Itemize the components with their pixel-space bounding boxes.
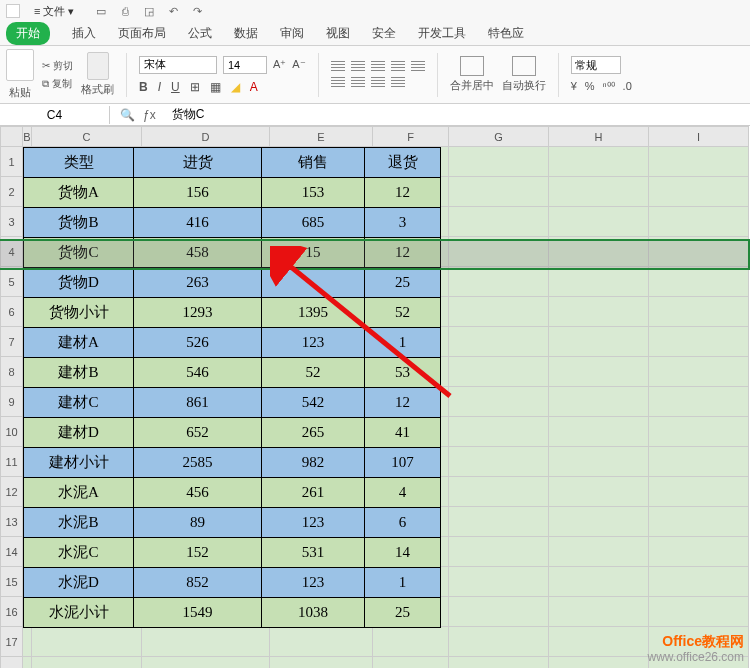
cell-G14[interactable] bbox=[449, 537, 549, 567]
cell-C17[interactable] bbox=[32, 627, 142, 657]
increase-font-icon[interactable]: A⁺ bbox=[273, 58, 286, 71]
cell-H2[interactable] bbox=[549, 177, 649, 207]
table-cell[interactable]: 261 bbox=[262, 478, 365, 508]
align-center-icon[interactable] bbox=[351, 77, 365, 89]
table-cell[interactable]: 156 bbox=[134, 178, 262, 208]
table-cell[interactable]: 货物A bbox=[24, 178, 134, 208]
indent-dec-icon[interactable] bbox=[391, 61, 405, 73]
row-header-2[interactable]: 2 bbox=[1, 177, 23, 207]
table-cell[interactable]: 531 bbox=[262, 538, 365, 568]
table-cell[interactable]: 652 bbox=[134, 418, 262, 448]
align-right-icon[interactable] bbox=[371, 77, 385, 89]
col-header-E[interactable]: E bbox=[270, 127, 373, 147]
row-header-12[interactable]: 12 bbox=[1, 477, 23, 507]
table-cell[interactable]: 货物小计 bbox=[24, 298, 134, 328]
row-header-5[interactable]: 5 bbox=[1, 267, 23, 297]
cell-G13[interactable] bbox=[449, 507, 549, 537]
cell-G3[interactable] bbox=[449, 207, 549, 237]
cell-I10[interactable] bbox=[649, 417, 749, 447]
align-top-icon[interactable] bbox=[331, 61, 345, 73]
col-header-B[interactable]: B bbox=[23, 127, 32, 147]
comma-icon[interactable]: ⁿ⁰⁰ bbox=[603, 80, 615, 93]
table-cell[interactable]: 货物D bbox=[24, 268, 134, 298]
table-cell[interactable]: 861 bbox=[134, 388, 262, 418]
cell-I8[interactable] bbox=[649, 357, 749, 387]
cell-G9[interactable] bbox=[449, 387, 549, 417]
cell-I3[interactable] bbox=[649, 207, 749, 237]
table-cell[interactable]: 52 bbox=[262, 358, 365, 388]
table-cell[interactable]: 6 bbox=[365, 508, 441, 538]
row-header-9[interactable]: 9 bbox=[1, 387, 23, 417]
merge-center-button[interactable] bbox=[460, 56, 484, 76]
table-cell[interactable]: 14 bbox=[365, 538, 441, 568]
table-cell[interactable]: 25 bbox=[365, 268, 441, 298]
select-all-corner[interactable] bbox=[1, 127, 23, 147]
table-header[interactable]: 退货 bbox=[365, 148, 441, 178]
row-header-8[interactable]: 8 bbox=[1, 357, 23, 387]
cell-H14[interactable] bbox=[549, 537, 649, 567]
cell-H16[interactable] bbox=[549, 597, 649, 627]
strike-button[interactable]: ⊞ bbox=[190, 80, 200, 94]
table-cell[interactable]: 货物B bbox=[24, 208, 134, 238]
row-header-15[interactable]: 15 bbox=[1, 567, 23, 597]
table-cell[interactable]: 15 bbox=[262, 238, 365, 268]
number-format-select[interactable] bbox=[571, 56, 621, 74]
row-header-16[interactable]: 16 bbox=[1, 597, 23, 627]
cell-G4[interactable] bbox=[449, 237, 549, 267]
align-left-icon[interactable] bbox=[331, 77, 345, 89]
cell-I12[interactable] bbox=[649, 477, 749, 507]
fill-color-button[interactable]: ◢ bbox=[231, 80, 240, 94]
table-cell[interactable]: 526 bbox=[134, 328, 262, 358]
cell-H11[interactable] bbox=[549, 447, 649, 477]
table-cell[interactable]: 12 bbox=[365, 178, 441, 208]
worksheet[interactable]: BCDEFGHI123456789101112131415161718 类型进货… bbox=[0, 126, 750, 668]
cell-I11[interactable] bbox=[649, 447, 749, 477]
table-cell[interactable]: 152 bbox=[134, 538, 262, 568]
cell-I16[interactable] bbox=[649, 597, 749, 627]
decrease-font-icon[interactable]: A⁻ bbox=[292, 58, 305, 71]
table-cell[interactable]: 123 bbox=[262, 508, 365, 538]
bold-button[interactable]: B bbox=[139, 80, 148, 94]
cell-I9[interactable] bbox=[649, 387, 749, 417]
cell-H5[interactable] bbox=[549, 267, 649, 297]
cell-F18[interactable] bbox=[373, 657, 449, 669]
row-header-13[interactable]: 13 bbox=[1, 507, 23, 537]
table-cell[interactable]: 3 bbox=[365, 208, 441, 238]
cell-G10[interactable] bbox=[449, 417, 549, 447]
tab-security[interactable]: 安全 bbox=[372, 25, 396, 42]
cell-G8[interactable] bbox=[449, 357, 549, 387]
qat-preview-icon[interactable]: ◲ bbox=[142, 4, 156, 18]
font-select[interactable] bbox=[139, 56, 217, 74]
table-header[interactable]: 进货 bbox=[134, 148, 262, 178]
row-header-10[interactable]: 10 bbox=[1, 417, 23, 447]
table-cell[interactable]: 1549 bbox=[134, 598, 262, 628]
row-header-11[interactable]: 11 bbox=[1, 447, 23, 477]
italic-button[interactable]: I bbox=[158, 80, 161, 94]
row-header-18[interactable]: 18 bbox=[1, 657, 23, 669]
cell-H13[interactable] bbox=[549, 507, 649, 537]
copy-button[interactable]: ⧉ 复制 bbox=[42, 77, 73, 91]
col-header-D[interactable]: D bbox=[142, 127, 270, 147]
table-cell[interactable]: 982 bbox=[262, 448, 365, 478]
cell-H3[interactable] bbox=[549, 207, 649, 237]
table-cell[interactable]: 416 bbox=[134, 208, 262, 238]
tab-layout[interactable]: 页面布局 bbox=[118, 25, 166, 42]
table-cell[interactable]: 852 bbox=[134, 568, 262, 598]
table-cell[interactable]: 水泥A bbox=[24, 478, 134, 508]
table-cell[interactable]: 1395 bbox=[262, 298, 365, 328]
cell-H18[interactable] bbox=[549, 657, 649, 669]
cell-H17[interactable] bbox=[549, 627, 649, 657]
cell-G12[interactable] bbox=[449, 477, 549, 507]
cell-H7[interactable] bbox=[549, 327, 649, 357]
underline-button[interactable]: U bbox=[171, 80, 180, 94]
tab-insert[interactable]: 插入 bbox=[72, 25, 96, 42]
table-cell[interactable]: 53 bbox=[365, 358, 441, 388]
decrease-decimal-icon[interactable]: .0 bbox=[623, 80, 632, 93]
table-cell[interactable]: 2585 bbox=[134, 448, 262, 478]
cell-I14[interactable] bbox=[649, 537, 749, 567]
cell-C18[interactable] bbox=[32, 657, 142, 669]
cell-I6[interactable] bbox=[649, 297, 749, 327]
cut-button[interactable]: ✂ 剪切 bbox=[42, 59, 73, 73]
cell-H8[interactable] bbox=[549, 357, 649, 387]
table-cell[interactable]: 水泥C bbox=[24, 538, 134, 568]
